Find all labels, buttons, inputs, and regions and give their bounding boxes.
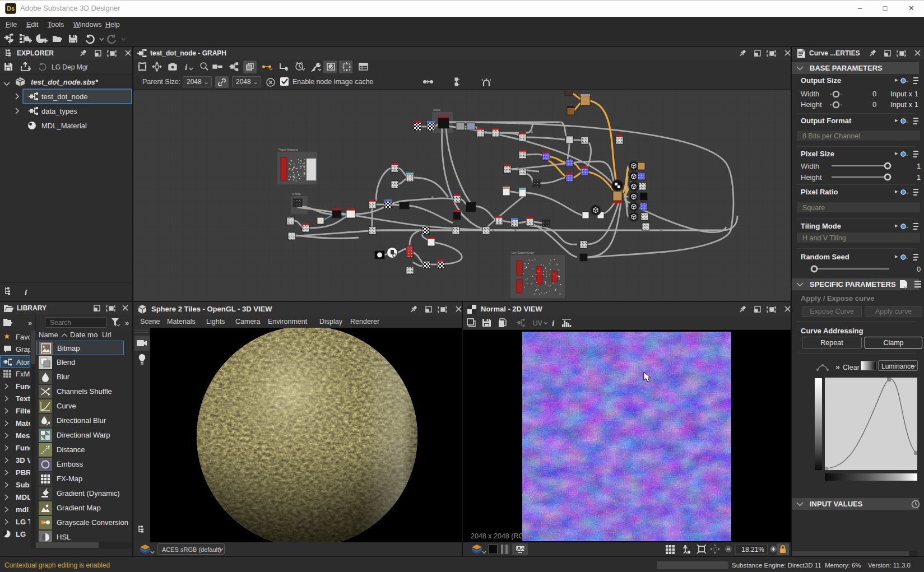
svg-text:Figure Mapping: Figure Mapping — [278, 148, 298, 151]
svg-text:data_types: data_types — [41, 107, 77, 115]
svg-text:i: i — [552, 319, 555, 328]
svg-text:UV: UV — [533, 319, 542, 327]
svg-text:i: i — [25, 288, 27, 297]
svg-text:»: » — [28, 319, 32, 327]
svg-text:test_dot_node: test_dot_node — [41, 92, 87, 101]
svg-text:Steps: Steps — [433, 108, 440, 111]
svg-text:»: » — [125, 319, 129, 327]
svg-text:In Map: In Map — [292, 192, 301, 196]
svg-text:MDL_Material: MDL_Material — [41, 122, 87, 130]
svg-text:»: » — [835, 362, 840, 371]
svg-text:List: Scatter/Order: List: Scatter/Order — [512, 251, 535, 254]
svg-text:test_dot_node.sbs*: test_dot_node.sbs* — [31, 78, 99, 86]
svg-text:18.21%: 18.21% — [741, 546, 764, 554]
svg-text:i: i — [185, 63, 188, 72]
